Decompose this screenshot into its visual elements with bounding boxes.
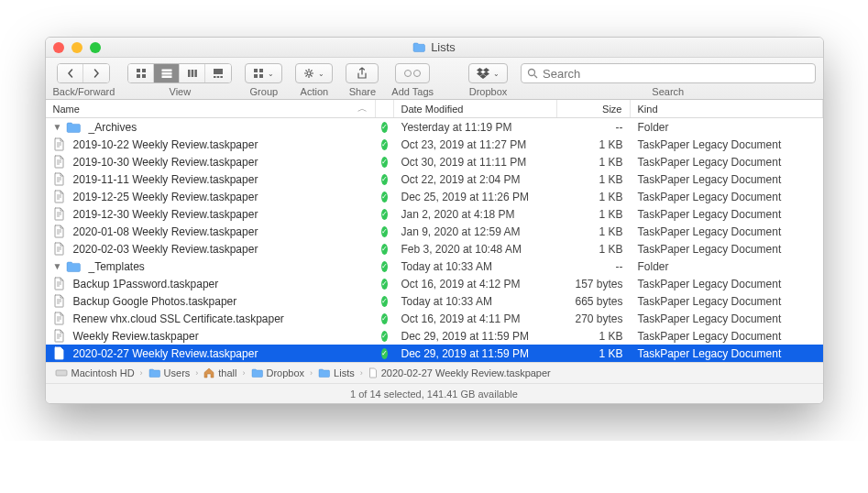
titlebar[interactable]: Lists — [46, 38, 823, 58]
file-size: 1 KB — [557, 188, 631, 205]
file-kind: TaskPaper Legacy Document — [631, 136, 823, 153]
column-kind[interactable]: Kind — [631, 100, 823, 117]
search-field[interactable] — [521, 63, 815, 83]
path-label: Macintosh HD — [71, 367, 135, 378]
path-label: Lists — [334, 367, 355, 378]
file-row[interactable]: Weekly Review.taskpaperDec 29, 2019 at 1… — [46, 327, 823, 345]
file-row[interactable]: 2020-01-08 Weekly Review.taskpaperJan 9,… — [46, 223, 823, 240]
path-item[interactable]: Lists — [318, 367, 355, 378]
path-label: Users — [164, 367, 191, 378]
sync-status-icon — [381, 157, 388, 168]
path-item[interactable]: Macintosh HD — [55, 367, 135, 378]
dropbox-button[interactable]: ⌄ — [468, 63, 508, 83]
sync-status-icon — [381, 122, 388, 133]
svg-rect-11 — [214, 76, 216, 78]
file-row[interactable]: Backup 1Password.taskpaperOct 16, 2019 a… — [46, 275, 823, 292]
file-row[interactable]: 2020-02-27 Weekly Review.taskpaperDec 29… — [46, 345, 823, 362]
finder-window: Lists Back/Forward View — [45, 37, 824, 404]
path-item[interactable]: 2020-02-27 Weekly Review.taskpaper — [368, 367, 551, 378]
folder-icon — [251, 368, 263, 378]
file-name: Backup 1Password.taskpaper — [73, 278, 219, 290]
view-column-button[interactable] — [180, 64, 205, 82]
zoom-button[interactable] — [90, 42, 101, 53]
disclosure-triangle[interactable]: ▼ — [53, 261, 62, 271]
file-name: 2019-10-30 Weekly Review.taskpaper — [73, 156, 258, 169]
svg-point-19 — [405, 71, 412, 77]
tags-button[interactable] — [395, 63, 430, 83]
action-button[interactable]: ⌄ — [295, 63, 333, 83]
column-headers: Name︿ Date Modified Size Kind — [46, 100, 823, 118]
column-date-modified[interactable]: Date Modified — [394, 100, 557, 117]
group-label: Group — [250, 86, 279, 97]
file-row[interactable]: 2019-12-25 Weekly Review.taskpaperDec 25… — [46, 188, 823, 205]
sync-status-icon — [381, 279, 388, 290]
minimize-button[interactable] — [71, 42, 82, 53]
tag-icon — [403, 69, 422, 78]
file-size: 1 KB — [557, 205, 631, 223]
path-item[interactable]: thall — [203, 367, 236, 378]
file-name: 2020-01-08 Weekly Review.taskpaper — [73, 225, 258, 238]
svg-rect-4 — [162, 70, 171, 71]
path-item[interactable]: Dropbox — [251, 367, 305, 378]
column-name[interactable]: Name︿ — [46, 100, 376, 117]
folder-row[interactable]: ▼_TemplatesToday at 10:33 AM--Folder — [46, 257, 823, 275]
chevron-down-icon: ⌄ — [493, 70, 500, 78]
file-row[interactable]: Renew vhx.cloud SSL Certificate.taskpape… — [46, 310, 823, 327]
file-size: 1 KB — [557, 240, 631, 257]
svg-rect-17 — [259, 74, 263, 78]
chevron-down-icon: ⌄ — [268, 70, 274, 78]
traffic-lights — [53, 42, 101, 53]
file-row[interactable]: 2019-12-30 Weekly Review.taskpaperJan 2,… — [46, 205, 823, 223]
file-kind: TaskPaper Legacy Document — [631, 223, 823, 240]
search-input[interactable] — [543, 67, 808, 81]
view-icon-button[interactable] — [128, 64, 154, 82]
file-row[interactable]: 2019-10-22 Weekly Review.taskpaperOct 23… — [46, 136, 823, 153]
file-kind: TaskPaper Legacy Document — [631, 188, 823, 205]
file-row[interactable]: 2020-02-03 Weekly Review.taskpaperFeb 3,… — [46, 240, 823, 257]
file-size: 1 KB — [557, 345, 631, 362]
view-gallery-button[interactable] — [205, 64, 231, 82]
path-item[interactable]: Users — [148, 367, 191, 378]
tags-label: Add Tags — [391, 86, 434, 97]
date-modified: Feb 3, 2020 at 10:48 AM — [394, 240, 557, 257]
dropbox-label: Dropbox — [469, 86, 508, 97]
file-row[interactable]: 2019-10-30 Weekly Review.taskpaperOct 30… — [46, 153, 823, 170]
nav-buttons — [57, 63, 110, 83]
column-size[interactable]: Size — [557, 100, 631, 117]
folder-icon — [318, 368, 330, 378]
file-kind: TaskPaper Legacy Document — [631, 327, 823, 345]
share-button[interactable] — [346, 63, 379, 83]
document-icon — [53, 225, 65, 238]
view-label: View — [170, 86, 192, 97]
file-size: 270 bytes — [557, 310, 631, 327]
path-separator: › — [140, 368, 143, 378]
date-modified: Oct 23, 2019 at 11:27 PM — [394, 136, 557, 153]
disclosure-triangle[interactable]: ▼ — [53, 122, 62, 132]
date-modified: Jan 9, 2020 at 12:59 AM — [394, 223, 557, 240]
document-icon — [53, 346, 65, 360]
share-label: Share — [349, 86, 376, 97]
sync-status-icon — [381, 313, 388, 324]
file-list: ▼_ArchivesYesterday at 11:19 PM--Folder2… — [46, 118, 823, 362]
toolbar: Back/Forward View ⌄ Group — [46, 58, 823, 100]
column-status[interactable] — [376, 100, 394, 117]
sync-status-icon — [381, 296, 388, 307]
forward-button[interactable] — [83, 64, 109, 82]
file-row[interactable]: Backup Google Photos.taskpaperToday at 1… — [46, 292, 823, 310]
document-icon — [53, 172, 65, 186]
window-title: Lists — [431, 40, 456, 54]
svg-rect-3 — [142, 74, 146, 78]
folder-row[interactable]: ▼_ArchivesYesterday at 11:19 PM--Folder — [46, 118, 823, 136]
svg-point-21 — [529, 70, 535, 76]
view-list-button[interactable] — [154, 64, 180, 82]
file-row[interactable]: 2019-11-11 Weekly Review.taskpaperOct 22… — [46, 170, 823, 188]
file-kind: TaskPaper Legacy Document — [631, 292, 823, 310]
svg-rect-6 — [162, 76, 171, 78]
back-button[interactable] — [58, 64, 83, 82]
file-size: -- — [557, 118, 631, 136]
sync-status-icon — [381, 209, 388, 220]
sync-status-icon — [381, 331, 388, 342]
close-button[interactable] — [53, 42, 64, 53]
group-button[interactable]: ⌄ — [245, 63, 282, 83]
file-name: 2020-02-03 Weekly Review.taskpaper — [73, 243, 258, 256]
